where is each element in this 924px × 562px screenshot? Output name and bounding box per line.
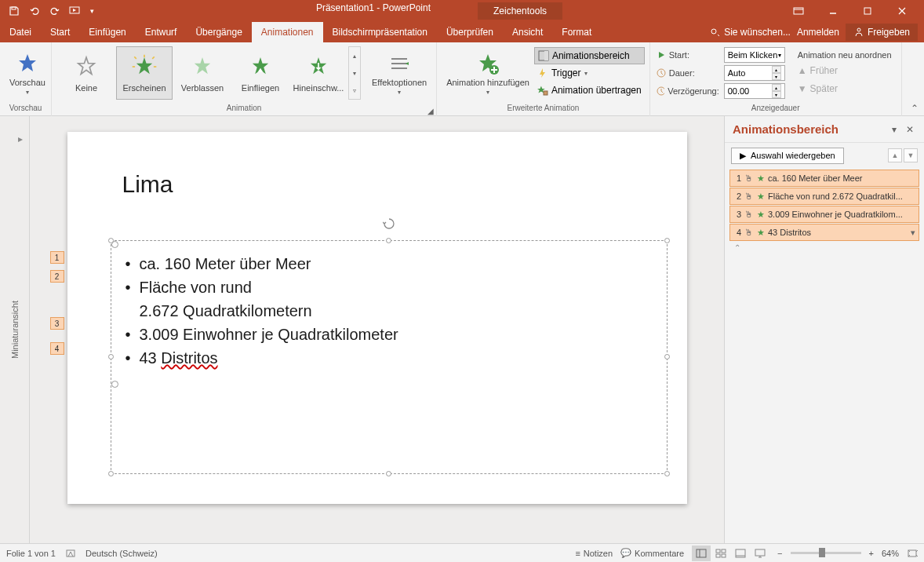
- zoom-slider[interactable]: [791, 552, 861, 554]
- rotate-handle[interactable]: [383, 217, 395, 230]
- anim-tag-3[interactable]: 3: [50, 317, 64, 330]
- language-indicator[interactable]: Deutsch (Schweiz): [85, 549, 158, 558]
- tab-bildschirm[interactable]: Bildschirmpräsentation: [323, 22, 437, 42]
- spell-check-icon[interactable]: [65, 548, 76, 559]
- anim-list-item[interactable]: 4🖱★43 Distritos▾: [729, 224, 919, 241]
- anim-floatin[interactable]: Hineinschw...: [290, 46, 347, 100]
- thumbnail-expand[interactable]: ▸: [18, 133, 23, 144]
- tab-animationen[interactable]: Animationen: [252, 22, 323, 42]
- pane-close[interactable]: ✕: [904, 123, 916, 136]
- anim-none[interactable]: Keine: [58, 46, 115, 100]
- zoom-level[interactable]: 64%: [882, 549, 899, 558]
- start-dropdown[interactable]: Beim Klicken▾: [724, 47, 785, 63]
- signin-link[interactable]: Anmelden: [797, 27, 839, 38]
- start-label: Start:: [657, 50, 719, 60]
- add-animation-button[interactable]: Animation hinzufügen▾: [442, 45, 534, 101]
- bullet-item[interactable]: Fläche von rund 2.672 Quadratkilometern: [126, 276, 361, 323]
- group-timing: Start:Beim Klicken▾ Dauer:Auto▴▾ Verzöge…: [650, 42, 902, 116]
- slide-editor[interactable]: 1 2 3 4 Lima ca. 160 Meter über Meer Flä…: [30, 116, 724, 543]
- effect-options-button[interactable]: Effektoptionen▾: [367, 45, 431, 101]
- pane-move-up[interactable]: ▲: [888, 148, 902, 162]
- svg-rect-23: [697, 549, 706, 557]
- slide-indicator[interactable]: Folie 1 von 1: [6, 549, 56, 558]
- animation-painter-button[interactable]: Animation übertragen: [534, 82, 645, 99]
- slide-canvas[interactable]: Lima ca. 160 Meter über Meer Fläche von …: [67, 132, 687, 504]
- close-button[interactable]: [886, 2, 918, 20]
- svg-point-6: [711, 29, 716, 34]
- redo-button[interactable]: [45, 2, 64, 20]
- preview-button[interactable]: Vorschau▾: [5, 45, 50, 101]
- animation-pane-toggle[interactable]: Animationsbereich: [534, 47, 645, 64]
- bullet-item[interactable]: ca. 160 Meter über Meer: [126, 252, 653, 276]
- svg-line-12: [152, 57, 155, 59]
- resize-handle[interactable]: [386, 238, 391, 243]
- svg-rect-28: [722, 554, 726, 557]
- resize-handle[interactable]: [386, 471, 391, 476]
- content-placeholder[interactable]: ca. 160 Meter über Meer Fläche von rund …: [111, 240, 668, 474]
- move-earlier-button[interactable]: ▲Früher: [795, 62, 895, 79]
- move-later-button[interactable]: ▼Später: [795, 80, 895, 97]
- anim-appear[interactable]: Erscheinen: [116, 46, 173, 100]
- collapse-list[interactable]: ⌃: [729, 242, 919, 254]
- bullet-item[interactable]: 43 Distritos: [126, 346, 653, 370]
- anim-fade[interactable]: Verblassen: [174, 46, 231, 100]
- trigger-button[interactable]: Trigger▾: [534, 64, 645, 82]
- delay-input[interactable]: 00.00▴▾: [724, 83, 785, 99]
- duration-input[interactable]: Auto▴▾: [724, 65, 785, 81]
- bullet-list[interactable]: ca. 160 Meter über Meer Fläche von rund …: [111, 241, 667, 381]
- play-selection-button[interactable]: ▶Auswahl wiedergeben: [731, 148, 844, 164]
- minimize-button[interactable]: [817, 2, 849, 20]
- anim-tag-1[interactable]: 1: [50, 251, 64, 264]
- fit-to-window-button[interactable]: [907, 549, 918, 558]
- slide-title[interactable]: Lima: [122, 171, 173, 198]
- anim-list-item[interactable]: 1🖱★ca. 160 Meter über Meer: [729, 170, 919, 187]
- tab-uebergaenge[interactable]: Übergänge: [186, 22, 251, 42]
- animation-group-launcher[interactable]: ◢: [427, 107, 435, 115]
- resize-handle[interactable]: [108, 354, 114, 359]
- resize-handle[interactable]: [664, 238, 670, 243]
- tab-datei[interactable]: Datei: [0, 22, 41, 42]
- sorter-view-button[interactable]: [711, 546, 730, 561]
- bullet-item[interactable]: 3.009 Einwohner je Quadratkilometer: [126, 323, 653, 346]
- collapse-ribbon-button[interactable]: ⌃: [908, 103, 921, 114]
- qat-customize-button[interactable]: ▾: [86, 2, 97, 20]
- svg-rect-31: [755, 549, 765, 556]
- anim-flyin[interactable]: Einfliegen: [232, 46, 289, 100]
- comments-button[interactable]: 💬 Kommentare: [620, 548, 684, 558]
- tab-ansicht[interactable]: Ansicht: [503, 22, 552, 42]
- anim-list-item[interactable]: 2🖱★Fläche von rund 2.672 Quadratkil...: [729, 188, 919, 205]
- start-from-beginning-button[interactable]: [66, 2, 85, 20]
- tab-einfuegen[interactable]: Einfügen: [79, 22, 135, 42]
- undo-button[interactable]: [25, 2, 44, 20]
- tab-ueberpruefen[interactable]: Überprüfen: [437, 22, 503, 42]
- reorder-label: Animation neu anordnen: [795, 49, 895, 61]
- resize-handle[interactable]: [108, 471, 114, 476]
- tab-format[interactable]: Format: [552, 22, 601, 42]
- zoom-in-button[interactable]: +: [869, 549, 874, 558]
- tab-start[interactable]: Start: [41, 22, 79, 42]
- notes-button[interactable]: ≡ Notizen: [575, 549, 613, 558]
- share-button[interactable]: Freigeben: [846, 24, 918, 41]
- anim-tag-4[interactable]: 4: [50, 342, 64, 355]
- normal-view-button[interactable]: [692, 546, 711, 561]
- tell-me-search[interactable]: Sie wünschen...: [710, 27, 791, 38]
- tab-entwurf[interactable]: Entwurf: [136, 22, 187, 42]
- reading-view-button[interactable]: [731, 546, 750, 561]
- svg-rect-25: [716, 549, 720, 553]
- pane-options[interactable]: ▾: [888, 123, 900, 136]
- resize-handle[interactable]: [108, 238, 114, 243]
- save-button[interactable]: [5, 2, 24, 20]
- group-preview: Vorschau▾ Vorschau: [0, 42, 52, 116]
- anim-list-item[interactable]: 3🖱★3.009 Einwohner je Quadratkilom...: [729, 206, 919, 223]
- gallery-expand[interactable]: ▴▾▿: [348, 46, 361, 100]
- pane-move-down[interactable]: ▼: [904, 148, 918, 162]
- svg-rect-27: [716, 554, 720, 557]
- anim-tag-2[interactable]: 2: [50, 270, 64, 283]
- quick-access-toolbar: ▾: [0, 2, 102, 20]
- zoom-out-button[interactable]: −: [777, 549, 782, 558]
- slideshow-view-button[interactable]: [751, 546, 769, 561]
- resize-handle[interactable]: [664, 354, 670, 359]
- ribbon-display-options[interactable]: [783, 2, 814, 20]
- maximize-button[interactable]: [852, 2, 883, 20]
- resize-handle[interactable]: [664, 471, 670, 476]
